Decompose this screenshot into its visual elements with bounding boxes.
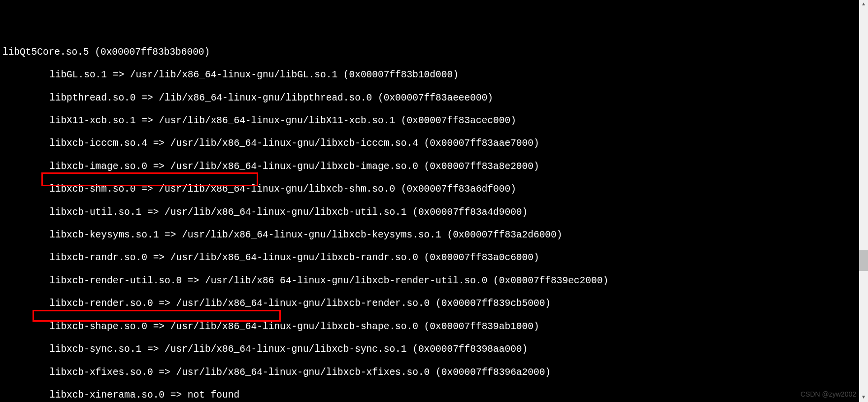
ldd-output-line: libxcb-render-util.so.0 => /usr/lib/x86_… bbox=[0, 275, 868, 287]
ldd-output-line: libxcb-xinerama.so.0 => not found bbox=[0, 390, 868, 401]
ldd-output-line: libxcb-randr.so.0 => /usr/lib/x86_64-lin… bbox=[0, 252, 868, 264]
scroll-up-button[interactable]: ▲ bbox=[859, 0, 868, 9]
ldd-output-line: libxcb-shape.so.0 => /usr/lib/x86_64-lin… bbox=[0, 321, 868, 333]
ldd-output-line: libpthread.so.0 => /lib/x86_64-linux-gnu… bbox=[0, 93, 868, 104]
ldd-output-line: libxcb-sync.so.1 => /usr/lib/x86_64-linu… bbox=[0, 344, 868, 355]
annotation-highlight-box bbox=[33, 310, 281, 322]
ldd-output-line: libGL.so.1 => /usr/lib/x86_64-linux-gnu/… bbox=[0, 69, 868, 81]
ldd-output-line: libxcb-image.so.0 => /usr/lib/x86_64-lin… bbox=[0, 161, 868, 172]
watermark-text: CSDN @zyw2002 bbox=[801, 389, 856, 400]
ldd-output-line: libxcb-keysyms.so.1 => /usr/lib/x86_64-l… bbox=[0, 230, 868, 241]
scroll-down-button[interactable]: ▼ bbox=[859, 393, 868, 402]
ldd-output-line: libX11-xcb.so.1 => /usr/lib/x86_64-linux… bbox=[0, 115, 868, 127]
scroll-thumb[interactable] bbox=[859, 250, 868, 271]
ldd-output-line: libxcb-icccm.so.4 => /usr/lib/x86_64-lin… bbox=[0, 138, 868, 149]
vertical-scrollbar[interactable]: ▲ ▼ bbox=[859, 0, 868, 402]
ldd-output-line: libxcb-xfixes.so.0 => /usr/lib/x86_64-li… bbox=[0, 367, 868, 378]
ldd-output-line: libxcb-util.so.1 => /usr/lib/x86_64-linu… bbox=[0, 207, 868, 218]
ldd-output-line: libxcb-render.so.0 => /usr/lib/x86_64-li… bbox=[0, 298, 868, 309]
ldd-output-line: libxcb-shm.so.0 => /usr/lib/x86_64-linux… bbox=[0, 184, 868, 195]
ldd-output-line: libQt5Core.so.5 (0x00007ff83b3b6000) bbox=[0, 47, 868, 58]
